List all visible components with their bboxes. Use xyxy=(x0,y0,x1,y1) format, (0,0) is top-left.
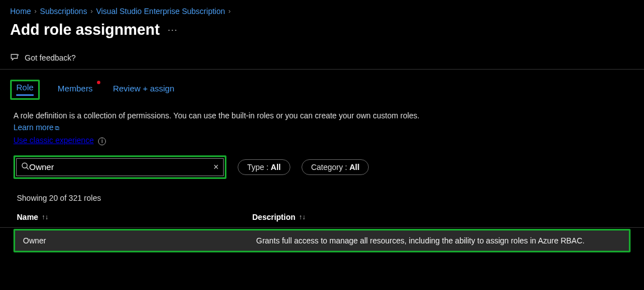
info-icon[interactable]: i xyxy=(98,137,106,145)
svg-point-0 xyxy=(18,54,19,56)
page-title: Add role assignment xyxy=(10,21,160,39)
role-description-cell: Grants full access to manage all resourc… xyxy=(256,236,623,245)
feedback-label: Got feedback? xyxy=(25,53,76,62)
tab-members-label: Members xyxy=(58,84,93,93)
type-filter-label: Type : xyxy=(247,163,271,172)
validation-dot-icon xyxy=(97,81,100,84)
role-description-text: A role definition is a collection of per… xyxy=(13,111,420,120)
type-filter[interactable]: Type : All xyxy=(238,159,290,175)
sort-icon: ↑↓ xyxy=(299,213,305,221)
category-filter[interactable]: Category : All xyxy=(302,159,369,175)
svg-point-1 xyxy=(22,163,27,168)
clear-icon[interactable]: × xyxy=(214,162,219,172)
table-row[interactable]: Owner Grants full access to manage all r… xyxy=(13,229,631,252)
external-link-icon: ⧉ xyxy=(55,125,59,131)
filter-bar: × Type : All Category : All xyxy=(0,153,644,187)
tab-role-label: Role xyxy=(16,82,34,92)
tabs: Role Members Review + assign xyxy=(0,70,644,102)
category-filter-value: All xyxy=(349,163,359,172)
page-header: Add role assignment ··· xyxy=(0,19,644,48)
role-search-field[interactable] xyxy=(29,162,214,172)
column-header-name[interactable]: Name ↑↓ xyxy=(17,213,252,222)
role-description: A role definition is a collection of per… xyxy=(0,102,437,134)
tab-role[interactable]: Role xyxy=(10,80,40,100)
column-header-description[interactable]: Description ↑↓ xyxy=(252,213,627,222)
use-classic-link[interactable]: Use classic experience xyxy=(13,136,94,145)
svg-line-2 xyxy=(27,168,29,170)
breadcrumb: Home › Subscriptions › Visual Studio Ent… xyxy=(0,0,644,19)
feedback-link[interactable]: Got feedback? xyxy=(0,48,644,70)
feedback-icon xyxy=(10,53,20,62)
role-name-cell: Owner xyxy=(21,236,256,245)
tab-review-assign[interactable]: Review + assign xyxy=(110,82,177,98)
category-filter-label: Category : xyxy=(311,163,349,172)
tab-review-label: Review + assign xyxy=(113,84,174,93)
breadcrumb-home[interactable]: Home xyxy=(10,7,31,16)
breadcrumb-subscriptions[interactable]: Subscriptions xyxy=(40,7,87,16)
more-actions-button[interactable]: ··· xyxy=(168,24,178,36)
table-header: Name ↑↓ Description ↑↓ xyxy=(0,208,644,228)
tab-members[interactable]: Members xyxy=(55,82,95,98)
learn-more-link[interactable]: Learn more⧉ xyxy=(13,123,59,132)
results-count: Showing 20 of 321 roles xyxy=(0,187,644,208)
search-icon xyxy=(21,162,29,172)
chevron-right-icon: › xyxy=(229,7,231,15)
breadcrumb-subscription-name[interactable]: Visual Studio Enterprise Subscription xyxy=(96,7,225,16)
sort-icon: ↑↓ xyxy=(41,213,48,221)
chevron-right-icon: › xyxy=(90,7,92,15)
type-filter-value: All xyxy=(271,163,281,172)
chevron-right-icon: › xyxy=(34,7,36,15)
role-search-input[interactable]: × xyxy=(16,158,224,176)
